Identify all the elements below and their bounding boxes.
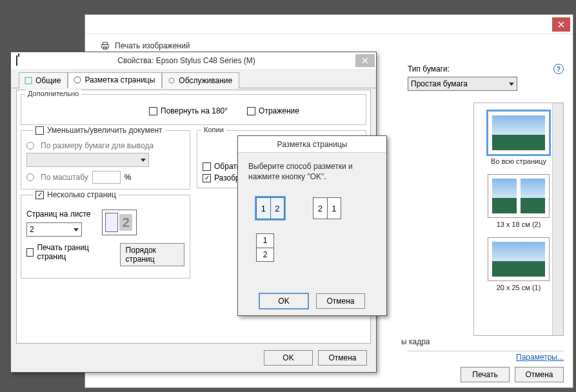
outer-titlebar [85, 15, 573, 34]
group-additional: Дополнительно Повернуть на 180° Отражени… [21, 94, 366, 125]
help-icon[interactable]: ? [553, 64, 564, 74]
page-order-button[interactable]: Порядок страниц [120, 243, 184, 266]
checkbox-label: Повернуть на 180° [161, 106, 228, 115]
pages-value: 2 [30, 225, 34, 234]
chevron-down-icon [509, 83, 514, 86]
layout-option-vertical[interactable]: 1 2 [256, 233, 274, 262]
group-multiple-pages: Несколько страниц Страниц на листе 2 2 [21, 195, 190, 279]
layout-item-20x25[interactable]: 20 x 25 cм (1) [488, 237, 550, 291]
multi-checkbox[interactable]: Несколько страниц [35, 190, 116, 199]
paper-type-select[interactable]: Простая бумага [408, 77, 517, 91]
output-paper-select [26, 153, 149, 167]
page-layout-dialog: Разметка страницы Выберите способ размет… [237, 135, 387, 316]
printer-icon [101, 41, 110, 50]
cell: 1 [257, 198, 271, 219]
rotate-checkbox[interactable]: Повернуть на 180° [149, 106, 228, 115]
layout-option-21[interactable]: 2 1 [313, 197, 341, 219]
cancel-button[interactable]: Отмена [318, 350, 367, 366]
svg-rect-3 [25, 77, 32, 84]
layout-item-full[interactable]: Во всю страницу [488, 111, 550, 165]
group-title: Копии [201, 126, 226, 133]
tab-service[interactable]: Обслуживание [162, 72, 239, 88]
layout-icon [74, 76, 81, 84]
cell: 1 [257, 234, 273, 248]
cancel-button[interactable]: Отмена [316, 293, 365, 309]
layout-thumb [488, 237, 550, 281]
chevron-down-icon [555, 329, 561, 332]
pages-per-sheet-label: Страниц на листе [26, 210, 90, 219]
right-footer: Параметры... Печать Отмена [408, 353, 564, 382]
paper-type-value: Простая бумага [411, 79, 468, 88]
cell: 2 [313, 198, 328, 219]
radio-label: По размеру бумаги для вывода [41, 141, 154, 150]
tab-label: Разметка страницы [84, 75, 155, 84]
props-footer: OK Отмена [264, 350, 367, 366]
checkbox-label: Печать границ страниц [37, 243, 108, 261]
cell: 1 [328, 198, 341, 219]
crop-fragment: ы кадра [401, 337, 430, 346]
layout-caption: 13 x 18 cм (2) [497, 220, 541, 228]
svg-point-4 [74, 77, 81, 83]
wizard-message: Выберите способ разметки и нажмите кнопк… [248, 162, 376, 182]
cell: 2 [271, 198, 284, 219]
print-borders-checkbox[interactable]: Печать границ страниц [26, 243, 108, 261]
print-button[interactable]: Печать [461, 367, 510, 382]
separator [408, 351, 564, 351]
chevron-down-icon [74, 228, 79, 231]
tab-label: Обслуживание [179, 76, 232, 85]
scale-checkbox[interactable]: Уменьшить/увеличить документ [35, 126, 163, 135]
fit-paper-radio: По размеру бумаги для вывода [26, 141, 184, 150]
group-title: Дополнительно [25, 90, 81, 97]
checkbox-label: Отражение [259, 106, 299, 115]
radio-label: По масштабу [41, 173, 88, 182]
doc-icon [25, 77, 32, 84]
props-title: Свойства: Epson Stylus C48 Series (M) [17, 56, 355, 65]
layout-caption: Во всю страницу [491, 157, 546, 165]
svg-rect-1 [103, 43, 108, 45]
outer-title: Печать изображений [115, 41, 190, 50]
scale-input [92, 171, 121, 184]
ok-button[interactable]: OK [264, 350, 313, 366]
cancel-button[interactable]: Отмена [515, 367, 564, 382]
wizard-footer: OK Отмена [238, 293, 386, 309]
layout-thumb [488, 111, 550, 155]
close-icon[interactable] [355, 54, 375, 67]
gear-icon [168, 77, 175, 84]
chevron-up-icon [555, 107, 561, 110]
tab-general[interactable]: Общие [19, 72, 68, 88]
checkbox-label: Уменьшить/увеличить документ [47, 126, 163, 135]
svg-rect-0 [102, 44, 109, 48]
cell: 2 [257, 248, 273, 262]
tab-label: Общие [35, 76, 61, 85]
by-scale-radio: По масштабу [26, 173, 88, 182]
percent-label: % [124, 173, 132, 182]
printer-icon [16, 56, 17, 65]
checkbox-label: Несколько страниц [47, 190, 116, 199]
tabs: Общие Разметка страницы Обслуживание [11, 69, 376, 88]
mirror-checkbox[interactable]: Отражение [247, 106, 299, 115]
scroll-down-button[interactable] [553, 325, 563, 335]
wizard-title: Разметка страницы [238, 136, 386, 153]
layout-item-13x18[interactable]: 13 x 18 cм (2) [488, 174, 550, 228]
layout-caption: 20 x 25 cм (1) [497, 284, 541, 291]
tab-layout[interactable]: Разметка страницы [68, 72, 162, 88]
ok-button[interactable]: OK [259, 293, 308, 309]
chevron-down-icon [141, 159, 146, 162]
paper-type-label: Тип бумаги: [408, 64, 450, 74]
pages-preview-icon: 2 [102, 210, 137, 235]
props-titlebar: Свойства: Epson Stylus C48 Series (M) [11, 52, 376, 69]
scroll-up-button[interactable] [553, 103, 563, 113]
layout-option-12[interactable]: 1 2 [256, 197, 284, 219]
parameters-link[interactable]: Параметры... [516, 353, 564, 362]
right-panel: Тип бумаги: ? Простая бумага Во всю стра… [399, 57, 573, 387]
layout-thumb [488, 174, 550, 218]
group-scale: Уменьшить/увеличить документ По размеру … [21, 130, 190, 190]
layout-list[interactable]: Во всю страницу 13 x 18 cм (2) 20 x 25 c… [473, 103, 564, 336]
pages-per-sheet-select[interactable]: 2 [26, 222, 82, 237]
close-icon[interactable] [552, 17, 570, 32]
svg-point-5 [169, 78, 174, 83]
